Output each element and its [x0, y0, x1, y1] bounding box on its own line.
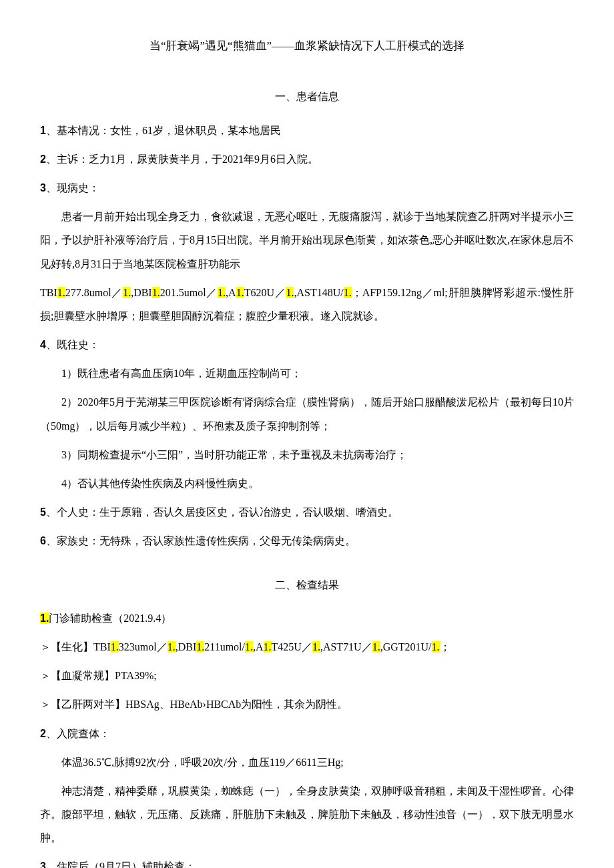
- highlight: 1.: [152, 287, 160, 298]
- highlight: 1.: [236, 287, 244, 298]
- bio-text: 211umol/: [204, 641, 245, 653]
- item-number: 4: [40, 339, 46, 350]
- lab-text: ,A: [226, 287, 236, 298]
- lab-text: 277.8umol／: [65, 287, 123, 298]
- item-present-illness: 3、现病史：: [40, 176, 574, 199]
- physical-exam-paragraph: 神志清楚，精神委靡，巩膜黄染，蜘蛛痣（一），全身皮肤黄染，双肺呼吸音稍粗，未闻及…: [40, 779, 574, 850]
- bio-text: ,A: [253, 641, 264, 653]
- item-number: 3: [40, 182, 46, 193]
- item-number: 5: [40, 506, 46, 518]
- highlight: 1.: [111, 641, 119, 653]
- item-family-history: 6、家族史：无特殊，否认家族性遗传性疾病，父母无传染病病史。: [40, 529, 574, 552]
- biochem-line: ＞【生化】TBI1.323umol／1.,DBI1.211umol/1.,A1.…: [40, 635, 574, 659]
- bio-text: 323umol／: [119, 641, 168, 653]
- past-history-3: 3）同期检查提示“小三阳”，当时肝功能正常，未予重视及未抗病毒治疗；: [40, 443, 574, 466]
- past-history-2: 2）2020年5月于芜湖某三甲医院诊断有肾病综合症（膜性肾病），随后开始口服醋酸…: [40, 390, 574, 437]
- lab-results-line: TBI1.277.8umol／1.,DBI1.201.5umol／1.,A1.T…: [40, 281, 574, 328]
- item-inpatient-exam: 3、住院后（9月7日）辅助检查：: [40, 855, 574, 868]
- vitals-line: 体温36.5℃,脉搏92次/分，呼吸20次/分，血压119／6611三Hg;: [40, 751, 574, 774]
- highlight: 1.: [372, 641, 380, 653]
- coagulation-line: ＞【血凝常规】PTA39%;: [40, 664, 574, 687]
- highlight: 1.: [286, 287, 294, 298]
- highlight: 1.: [432, 641, 440, 653]
- item-text: 门诊辅助检查（2021.9.4）: [49, 612, 172, 624]
- item-past-history: 4、既往史：: [40, 333, 574, 356]
- hbv-line: ＞【乙肝两对半】HBSAg、HBeAb›HBCAb为阳性，其余为阴性。: [40, 693, 574, 716]
- document-title: 当“肝衰竭”遇见“熊猫血”——血浆紧缺情况下人工肝模式的选择: [40, 33, 574, 58]
- past-history-1: 1）既往患者有高血压病10年，近期血压控制尚可；: [40, 362, 574, 385]
- lab-text: ,DBI: [131, 287, 152, 298]
- bio-text: ；: [440, 641, 450, 653]
- item-text: 、现病史：: [46, 182, 99, 193]
- bio-text: T425U／: [272, 641, 312, 653]
- highlight: 1.: [123, 287, 131, 298]
- item-text: 、住院后（9月7日）辅助检查：: [46, 861, 196, 868]
- lab-text: 201.5umol／: [160, 287, 218, 298]
- item-outpatient-exam: 1.门诊辅助检查（2021.9.4）: [40, 606, 574, 630]
- lab-text: TBI: [40, 287, 57, 298]
- section-2-heading: 二、检查结果: [40, 573, 574, 596]
- bio-text: ＞【生化】TBI: [40, 641, 111, 653]
- item-number: 3: [40, 861, 46, 868]
- item-text: 、基本情况：女性，61岁，退休职员，某本地居民: [46, 125, 281, 136]
- item-number: 1: [40, 125, 46, 136]
- section-1-heading: 一、患者信息: [40, 85, 574, 108]
- item-personal-history: 5、个人史：生于原籍，否认久居疫区史，否认冶游史，否认吸烟、嗜酒史。: [40, 500, 574, 524]
- item-basic-info: 1、基本情况：女性，61岁，退休职员，某本地居民: [40, 119, 574, 142]
- item-chief-complaint: 2、主诉：乏力1月，尿黄肤黄半月，于2021年9月6日入院。: [40, 147, 574, 171]
- item-admission-exam: 2、入院查体：: [40, 722, 574, 745]
- item-text: 、家族史：无特殊，否认家族性遗传性疾病，父母无传染病病史。: [46, 535, 356, 546]
- history-text: 患者一月前开始出现全身乏力，食欲减退，无恶心呕吐，无腹痛腹泻，就诊于当地某院查乙…: [40, 211, 574, 269]
- highlight: 1.: [218, 287, 226, 298]
- item-number-highlight: 1.: [40, 612, 49, 624]
- bio-text: ,GGT201U/: [380, 641, 432, 653]
- lab-text: ,AST148U/: [294, 287, 343, 298]
- highlight: 1.: [196, 641, 204, 653]
- bio-text: ,DBI: [176, 641, 197, 653]
- item-text: 、既往史：: [46, 339, 99, 350]
- highlight: 1.: [57, 287, 65, 298]
- highlight: 1.: [168, 641, 176, 653]
- item-number: 6: [40, 535, 46, 546]
- item-number: 2: [40, 153, 46, 165]
- lab-text: T620U／: [244, 287, 286, 298]
- item-text: 、入院查体：: [46, 728, 110, 739]
- highlight: 1.: [264, 641, 272, 653]
- item-text: 、主诉：乏力1月，尿黄肤黄半月，于2021年9月6日入院。: [46, 153, 318, 165]
- item-text: 、个人史：生于原籍，否认久居疫区史，否认冶游史，否认吸烟、嗜酒史。: [46, 506, 398, 518]
- bio-text: ,AST71U／: [320, 641, 372, 653]
- highlight: 1.: [344, 287, 352, 298]
- present-illness-paragraph: 患者一月前开始出现全身乏力，食欲减退，无恶心呕吐，无腹痛腹泻，就诊于当地某院查乙…: [40, 205, 574, 276]
- highlight: 1.: [312, 641, 320, 653]
- item-number: 2: [40, 728, 46, 739]
- past-history-4: 4）否认其他传染性疾病及内科慢性病史。: [40, 472, 574, 495]
- highlight: 1.: [245, 641, 253, 653]
